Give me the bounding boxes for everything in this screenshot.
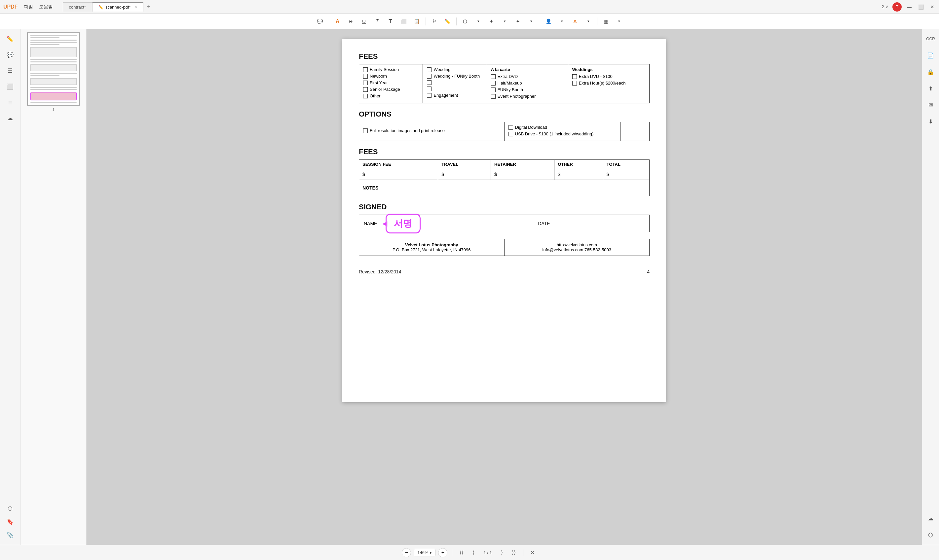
tab-scanned-pdf[interactable]: ✏️ scanned-pdf* ✕ [92, 2, 143, 12]
user-dropdown[interactable]: ▾ [557, 16, 567, 27]
zoom-out-button[interactable]: − [402, 548, 411, 557]
sidebar-pin-icon[interactable]: 📎 [4, 528, 17, 542]
checkbox-wedding-funky-box[interactable] [427, 74, 432, 78]
nav-next-button[interactable]: ⟩ [497, 548, 507, 557]
menu-file[interactable]: 파일 [24, 4, 33, 10]
checkbox-funky-box[interactable] [491, 88, 496, 92]
tab-close-icon[interactable]: ✕ [134, 5, 137, 9]
right-cloud-icon[interactable]: ☁ [924, 512, 937, 525]
grid-tool[interactable]: ▦ [600, 16, 612, 27]
checkbox-blank2-box[interactable] [427, 86, 432, 91]
label-wedding: Wedding [433, 67, 450, 72]
right-lock-icon[interactable]: 🔒 [924, 65, 937, 78]
company-address: P.O. Box 2721, West Lafayette, IN 47996 [364, 247, 500, 252]
sidebar-highlight-tool[interactable]: ✏️ [4, 32, 17, 46]
zoom-in-button[interactable]: + [438, 548, 447, 557]
pdf-page: FEES Family Session Newborn [342, 39, 666, 402]
right-mobile-icon[interactable]: ⬇ [924, 115, 937, 128]
pen-tool[interactable]: ✦ [486, 16, 497, 27]
draw-tool[interactable]: ✏️ [442, 16, 453, 27]
table-tool[interactable]: 📋 [411, 16, 422, 27]
page-thumbnail[interactable] [27, 32, 80, 106]
user-tool[interactable]: 👤 [543, 16, 554, 27]
sidebar-pages-icon[interactable]: ⬜ [4, 80, 17, 93]
contact-table: Velvet Lotus Photography P.O. Box 2721, … [359, 239, 649, 256]
right-doc-icon[interactable]: 📄 [924, 49, 937, 62]
fees-header-travel: TRAVEL [438, 160, 491, 169]
checkbox-extra-dvd-100-box[interactable] [572, 74, 577, 79]
stamp-dropdown[interactable]: ▾ [526, 16, 537, 27]
tab-contract[interactable]: contract* [63, 2, 92, 12]
right-ocr-icon[interactable]: OCR [924, 32, 937, 46]
sidebar-list-icon[interactable]: ≣ [4, 96, 17, 109]
checkbox-family-box[interactable] [363, 67, 368, 72]
grid-dropdown[interactable]: ▾ [614, 16, 625, 27]
color-tool[interactable]: A [570, 16, 581, 27]
pen-dropdown[interactable]: ▾ [499, 16, 510, 27]
checkbox-event-photographer: Event Photographer [491, 94, 564, 99]
checkbox-full-res-box[interactable] [363, 128, 368, 133]
options-right-cell: Digital Download USB Drive - $100 (1 inc… [504, 122, 620, 141]
fees-val-total: $ [603, 169, 649, 180]
close-bottom-button[interactable]: ✕ [528, 548, 537, 557]
checkbox-first-year-box[interactable] [363, 81, 368, 85]
company-website: http://velvetlotus.com [509, 242, 645, 247]
sidebar-comment-icon[interactable]: 💬 [4, 48, 17, 62]
right-more-icon[interactable]: ⬡ [924, 528, 937, 542]
checkbox-extra-hour: Extra Hour(s) $200/each [572, 81, 645, 86]
nav-next-icon: ⟩ [501, 549, 503, 556]
color-dropdown[interactable]: ▾ [583, 16, 594, 27]
sidebar-bottom-icon[interactable]: ⬡ [4, 502, 17, 515]
checkbox-digital-download: Digital Download [509, 125, 617, 130]
checkbox-other-box[interactable] [363, 94, 368, 98]
shape-tool[interactable]: ⬡ [459, 16, 471, 27]
checkbox-wedding-box[interactable] [427, 67, 432, 72]
add-tab-button[interactable]: + [143, 2, 154, 12]
checkbox-full-res: Full resolution images and print release [363, 128, 500, 133]
company-email-phone: info@velvetlotus.com 765-532-5003 [509, 247, 645, 252]
checkbox-extra-dvd-box[interactable] [491, 74, 496, 79]
zoom-dropdown-icon[interactable]: ▾ [430, 550, 432, 555]
nav-prev-icon: ⟨ [472, 549, 475, 556]
maximize-button[interactable]: ⬜ [917, 4, 925, 9]
checkbox-senior-box[interactable] [363, 87, 368, 92]
underline-tool[interactable]: U [358, 16, 370, 27]
checkbox-extra-hour-box[interactable] [572, 81, 577, 86]
checkbox-engagement-box[interactable] [427, 93, 432, 98]
eraser-tool[interactable]: ⚐ [429, 16, 440, 27]
nav-first-button[interactable]: ⟨⟨ [457, 548, 466, 557]
sidebar-bookmark-icon[interactable]: ☰ [4, 64, 17, 77]
right-share-icon[interactable]: ⬆ [924, 82, 937, 95]
text-tool[interactable]: T [385, 16, 396, 27]
thumbnail-panel: 1 [20, 29, 86, 545]
fees-val-other: $ [554, 169, 603, 180]
checkbox-usb-box[interactable] [509, 132, 513, 136]
minimize-button[interactable]: — [906, 4, 913, 9]
sidebar-layers-icon[interactable]: ☁ [4, 112, 17, 125]
sidebar-bookmark2-icon[interactable]: 🔖 [4, 515, 17, 528]
checkbox-newborn-box[interactable] [363, 74, 368, 78]
checkbox-digital-box[interactable] [509, 125, 513, 130]
checkbox-hair-box[interactable] [491, 81, 496, 86]
textbox-tool[interactable]: ⬜ [398, 16, 409, 27]
menu-help[interactable]: 도움말 [39, 4, 53, 10]
nav-last-button[interactable]: ⟩⟩ [509, 548, 518, 557]
nav-prev-button[interactable]: ⟨ [469, 548, 478, 557]
toolbar-sep-1 [329, 17, 329, 25]
close-window-button[interactable]: ✕ [929, 4, 936, 9]
stamp-tool[interactable]: ✦ [512, 16, 524, 27]
checkbox-wedding: Wedding [427, 67, 483, 72]
strikethrough-tool[interactable]: S [345, 16, 356, 27]
comment-tool[interactable]: 💬 [315, 16, 326, 27]
checkbox-event-box[interactable] [491, 94, 496, 99]
close-icon: ✕ [530, 550, 535, 555]
right-sidebar: OCR 📄 🔒 ⬆ ✉ ⬇ ☁ ⬡ [922, 29, 939, 545]
shape-dropdown[interactable]: ▾ [473, 16, 484, 27]
highlight-tool[interactable]: A [332, 16, 343, 27]
checkbox-blank1-box[interactable] [427, 80, 432, 85]
text-tool-italic[interactable]: T [372, 16, 383, 27]
fees-title-1: FEES [359, 52, 649, 61]
right-mail-icon[interactable]: ✉ [924, 98, 937, 112]
fees-col-weddings: Weddings Extra DVD - $100 Extra Hour(s) … [568, 65, 649, 103]
tab-bar: contract* ✏️ scanned-pdf* ✕ + [63, 2, 153, 12]
